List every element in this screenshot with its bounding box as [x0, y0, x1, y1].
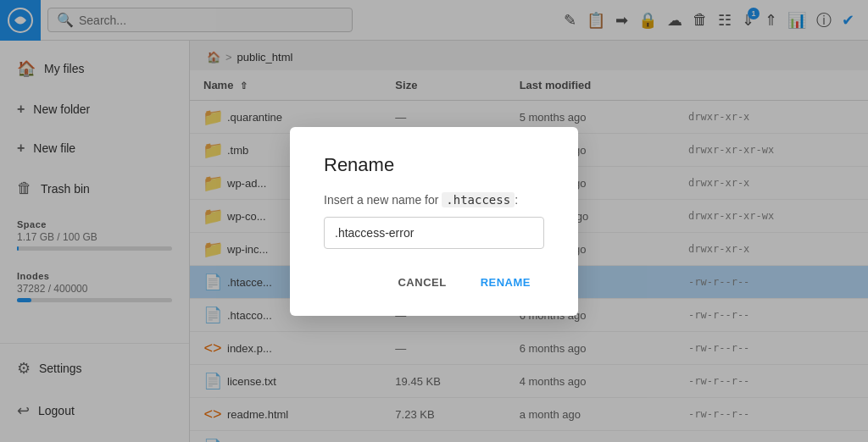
dialog-overlay: Rename Insert a new name for .htaccess: … [0, 0, 868, 442]
rename-input[interactable] [324, 217, 544, 249]
dialog-actions: CANCEL RENAME [324, 269, 544, 296]
dialog-label-prefix: Insert a new name for [324, 193, 438, 207]
cancel-button[interactable]: CANCEL [384, 269, 459, 296]
dialog-filename: .htaccess [442, 192, 515, 207]
rename-dialog: Rename Insert a new name for .htaccess: … [290, 127, 578, 316]
dialog-label: Insert a new name for .htaccess: [324, 193, 544, 207]
rename-button[interactable]: RENAME [467, 269, 544, 296]
dialog-title: Rename [324, 154, 544, 176]
dialog-label-suffix: : [515, 193, 518, 207]
